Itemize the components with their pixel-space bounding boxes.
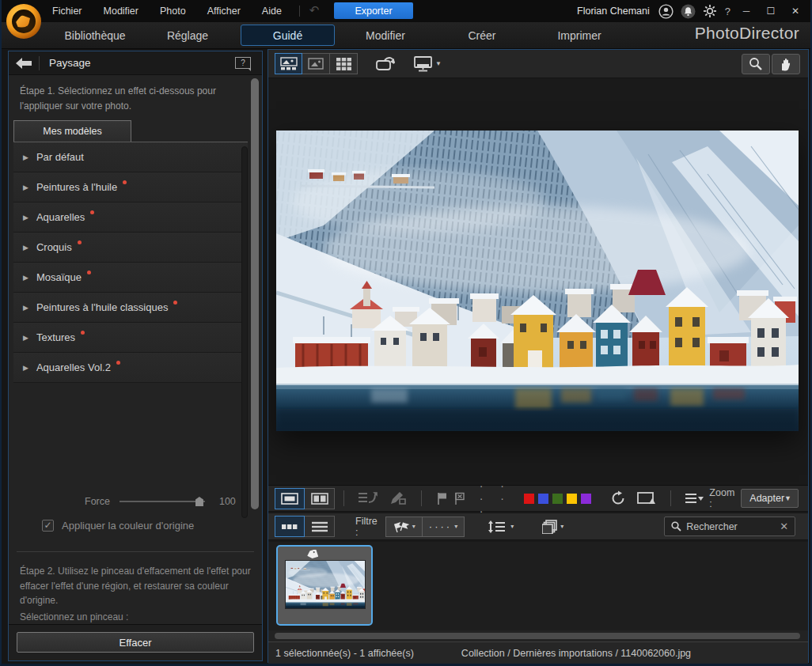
force-slider[interactable]: [120, 501, 205, 502]
flag-pick-icon[interactable]: [436, 492, 449, 505]
thumbnail-view-button[interactable]: [275, 516, 305, 537]
tab-mes-modeles[interactable]: Mes modèles: [13, 120, 131, 142]
secondary-monitor-icon[interactable]: ▼: [414, 56, 442, 72]
nav-modifier[interactable]: Modifier: [340, 22, 431, 49]
divider: [39, 56, 40, 70]
photodirector-window: Fichier Modifier Photo Afficher Aide ↶ ↷…: [0, 0, 812, 666]
category-peintures-classiques[interactable]: ▶ Peintures à l'huile classiques: [13, 293, 248, 323]
color-label-purple[interactable]: [581, 494, 591, 504]
filter-label: Filtre :: [355, 516, 378, 538]
single-view-button[interactable]: [275, 488, 305, 509]
view-mode-filmstrip-button[interactable]: [275, 53, 302, 74]
apply-original-color-checkbox[interactable]: ✓: [42, 520, 54, 532]
selection-count: 1 sélectionnée(s) - 1 affichée(s): [275, 648, 414, 659]
nav-creer[interactable]: Créer: [437, 22, 527, 49]
slider-handle[interactable]: [195, 497, 203, 506]
category-aquarelles[interactable]: ▶ Aquarelles: [13, 202, 248, 233]
new-badge-dot: [81, 331, 85, 335]
maximize-button[interactable]: ☐: [762, 6, 780, 17]
menu-photo[interactable]: Photo: [160, 6, 186, 17]
viewer-toolbar: ▼: [268, 50, 808, 78]
view-mode-grid-button[interactable]: [330, 53, 358, 74]
menu-afficher[interactable]: Afficher: [207, 6, 241, 17]
photo-canvas[interactable]: [268, 78, 808, 485]
new-badge-dot: [78, 240, 82, 244]
category-croquis[interactable]: ▶ Croquis: [13, 233, 248, 263]
new-badge-dot: [123, 180, 127, 184]
stack-photos-icon[interactable]: ▾: [542, 520, 563, 534]
filter-flags-button[interactable]: ▾: [385, 517, 423, 537]
chevron-right-icon: ▶: [23, 184, 28, 191]
copy-adjustments-icon[interactable]: [358, 491, 378, 505]
help-icon[interactable]: ?: [725, 6, 730, 17]
clear-search-icon[interactable]: ✕: [780, 520, 788, 532]
sort-order-icon[interactable]: ▾: [488, 520, 514, 533]
module-nav-bar: Bibliothèque Réglage Guidé Modifier Crée…: [2, 22, 810, 49]
panel-title: Paysage: [49, 57, 235, 69]
color-label-red[interactable]: [524, 494, 534, 504]
menu-aide[interactable]: Aide: [262, 6, 282, 17]
color-label-green[interactable]: [552, 494, 563, 504]
app-logo-icon: [6, 4, 43, 40]
auto-crop-icon[interactable]: [637, 491, 656, 505]
list-view-button[interactable]: [305, 516, 335, 537]
new-badge-dot: [87, 271, 91, 274]
search-input[interactable]: [686, 521, 773, 532]
chevron-right-icon: ▶: [23, 214, 28, 221]
thumbnail-image: [285, 560, 366, 609]
photo-thumbnail-selected[interactable]: [276, 545, 373, 626]
notification-bell-icon[interactable]: [681, 4, 696, 19]
nav-imprimer[interactable]: Imprimer: [533, 22, 625, 49]
pan-hand-button[interactable]: [772, 54, 800, 74]
filter-rating-button[interactable]: ···· ▾: [423, 517, 465, 537]
account-icon[interactable]: [658, 4, 674, 19]
panel-help-icon[interactable]: ?: [235, 57, 251, 69]
info-list-icon[interactable]: [685, 493, 704, 504]
scrollbar-thumb[interactable]: [275, 633, 800, 639]
chevron-right-icon: ▶: [23, 153, 28, 161]
star-rating-dots[interactable]: · · · · ·: [480, 479, 511, 517]
erase-button[interactable]: Effacer: [17, 632, 254, 653]
scrollbar-thumb[interactable]: [251, 78, 259, 509]
nav-bibliotheque[interactable]: Bibliothèque: [51, 22, 139, 49]
minimize-button[interactable]: ─: [738, 6, 755, 17]
settings-gear-icon[interactable]: [703, 4, 718, 19]
nav-guide-active[interactable]: Guidé: [241, 25, 335, 46]
filmstrip-scrollbar[interactable]: [268, 630, 808, 641]
category-aquarelles-vol2[interactable]: ▶ Aquarelles Vol.2: [13, 353, 248, 383]
panel-header: Paysage ?: [9, 51, 262, 75]
compare-view-button[interactable]: [305, 488, 335, 509]
step2-instructions: Étape 2. Utilisez le pinceau d'effacemen…: [20, 564, 251, 608]
user-name: Florian Chemani: [577, 6, 650, 17]
zoom-dropdown[interactable]: Adapter ▼: [741, 489, 799, 508]
category-textures[interactable]: ▶ Textures: [13, 323, 248, 353]
color-label-blue[interactable]: [538, 494, 548, 504]
checkbox-label: Appliquer la couleur d'origine: [62, 520, 194, 532]
force-value: 100: [219, 496, 236, 507]
category-mosaique[interactable]: ▶ Mosaïque: [13, 263, 248, 293]
rotate-right-icon[interactable]: [610, 490, 626, 506]
color-label-swatches: [524, 494, 591, 504]
new-badge-dot: [116, 361, 120, 365]
rotate-photo-icon[interactable]: [375, 55, 397, 73]
search-box: ✕: [664, 517, 795, 536]
export-button[interactable]: Exporter: [334, 2, 413, 19]
effect-category-list: ▶ Par défaut ▶ Peintures à l'huile ▶ Aqu…: [13, 142, 248, 383]
guided-effects-panel: Paysage ? Étape 1. Sélectionnez un effet…: [8, 51, 263, 661]
nav-reglage[interactable]: Réglage: [144, 22, 231, 49]
menu-modifier[interactable]: Modifier: [104, 6, 138, 17]
list-scrollbar[interactable]: [241, 146, 248, 518]
chevron-right-icon: ▶: [23, 274, 28, 282]
brush-select-label: Sélectionnez un pinceau :: [20, 611, 128, 622]
view-mode-single-button[interactable]: [302, 53, 330, 74]
color-label-yellow[interactable]: [567, 494, 577, 504]
zoom-tool-button[interactable]: [742, 54, 770, 74]
close-button[interactable]: ✕: [787, 6, 804, 17]
edit-pencil-icon[interactable]: [389, 491, 407, 505]
menu-fichier[interactable]: Fichier: [52, 6, 82, 17]
back-arrow-icon[interactable]: [9, 58, 39, 69]
category-par-defaut[interactable]: ▶ Par défaut: [13, 142, 248, 172]
title-bar: Fichier Modifier Photo Afficher Aide ↶ ↷…: [2, 0, 810, 22]
flag-reject-icon[interactable]: [454, 492, 466, 505]
category-peintures-huile[interactable]: ▶ Peintures à l'huile: [13, 172, 248, 202]
